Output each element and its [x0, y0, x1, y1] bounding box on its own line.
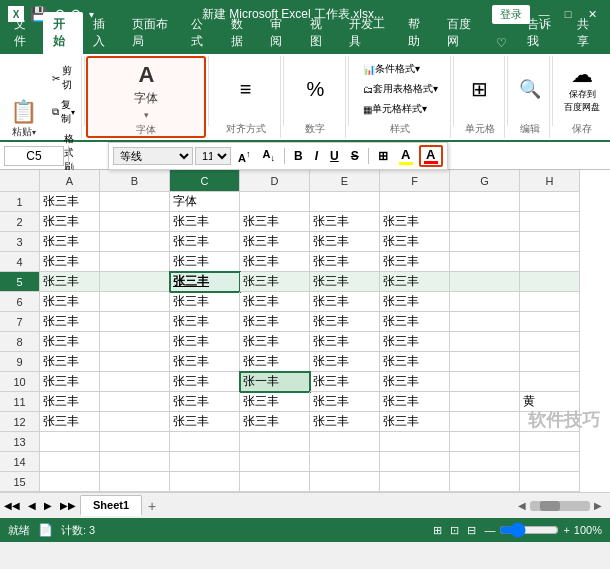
cell-B10[interactable]	[100, 372, 170, 392]
cell-D8[interactable]: 张三丰	[240, 332, 310, 352]
cell-A4[interactable]: 张三丰	[40, 252, 100, 272]
conditional-format-button[interactable]: 📊 条件格式▾	[359, 60, 442, 78]
cell-H13[interactable]	[520, 432, 580, 452]
cell-G1[interactable]	[450, 192, 520, 212]
cell-A9[interactable]: 张三丰	[40, 352, 100, 372]
cell-H4[interactable]	[520, 252, 580, 272]
cell-C5[interactable]: 张三丰	[170, 272, 240, 292]
cell-A13[interactable]	[40, 432, 100, 452]
cell-F15[interactable]	[380, 472, 450, 492]
row-header-10[interactable]: 10	[0, 372, 40, 392]
cell-D9[interactable]: 张三丰	[240, 352, 310, 372]
cell-G7[interactable]	[450, 312, 520, 332]
fill-color-btn[interactable]: A	[395, 145, 417, 167]
cell-B8[interactable]	[100, 332, 170, 352]
cell-C11[interactable]: 张三丰	[170, 392, 240, 412]
cell-F7[interactable]: 张三丰	[380, 312, 450, 332]
zoom-slider[interactable]	[499, 526, 559, 534]
cell-H14[interactable]	[520, 452, 580, 472]
scroll-next-btn[interactable]: ▶	[40, 500, 56, 511]
row-header-5[interactable]: 5	[0, 272, 40, 292]
cell-E13[interactable]	[310, 432, 380, 452]
cell-B4[interactable]	[100, 252, 170, 272]
underline-btn[interactable]: U	[325, 147, 344, 165]
cell-B1[interactable]	[100, 192, 170, 212]
strikethrough-btn[interactable]: S	[346, 147, 364, 165]
page-layout-view-btn[interactable]: ⊡	[450, 524, 459, 537]
cell-E12[interactable]: 张三丰	[310, 412, 380, 432]
cell-E3[interactable]: 张三丰	[310, 232, 380, 252]
cell-A15[interactable]	[40, 472, 100, 492]
cell-G11[interactable]	[450, 392, 520, 412]
italic-btn[interactable]: I	[310, 147, 323, 165]
cell-F1[interactable]	[380, 192, 450, 212]
cell-D12[interactable]: 张三丰	[240, 412, 310, 432]
tab-formula[interactable]: 公式	[181, 12, 220, 54]
copy-button[interactable]: ⧉复制▾	[48, 96, 79, 128]
cell-F10[interactable]: 张三丰	[380, 372, 450, 392]
cell-F6[interactable]: 张三丰	[380, 292, 450, 312]
cell-A2[interactable]: 张三丰	[40, 212, 100, 232]
cell-H5[interactable]	[520, 272, 580, 292]
cell-B12[interactable]	[100, 412, 170, 432]
cell-E6[interactable]: 张三丰	[310, 292, 380, 312]
row-header-1[interactable]: 1	[0, 192, 40, 212]
scroll-left-btn[interactable]: ◀◀	[0, 500, 24, 511]
cell-ref-input[interactable]	[4, 146, 64, 166]
add-sheet-btn[interactable]: +	[142, 496, 162, 516]
row-header-2[interactable]: 2	[0, 212, 40, 232]
cell-D13[interactable]	[240, 432, 310, 452]
cell-G14[interactable]	[450, 452, 520, 472]
cell-B7[interactable]	[100, 312, 170, 332]
cell-G6[interactable]	[450, 292, 520, 312]
cell-E9[interactable]: 张三丰	[310, 352, 380, 372]
zoom-out-btn[interactable]: —	[484, 524, 495, 536]
cell-C7[interactable]: 张三丰	[170, 312, 240, 332]
cell-G4[interactable]	[450, 252, 520, 272]
row-header-9[interactable]: 9	[0, 352, 40, 372]
cell-C14[interactable]	[170, 452, 240, 472]
cell-styles-button[interactable]: ▦ 单元格样式▾	[359, 100, 442, 118]
cell-F5[interactable]: 张三丰	[380, 272, 450, 292]
cell-F8[interactable]: 张三丰	[380, 332, 450, 352]
row-header-3[interactable]: 3	[0, 232, 40, 252]
cell-E4[interactable]: 张三丰	[310, 252, 380, 272]
cell-E2[interactable]: 张三丰	[310, 212, 380, 232]
row-header-12[interactable]: 12	[0, 412, 40, 432]
cell-F14[interactable]	[380, 452, 450, 472]
cell-E14[interactable]	[310, 452, 380, 472]
decrease-font-btn[interactable]: A↓	[258, 146, 281, 165]
cell-C8[interactable]: 张三丰	[170, 332, 240, 352]
cell-F9[interactable]: 张三丰	[380, 352, 450, 372]
cell-G10[interactable]	[450, 372, 520, 392]
cell-D1[interactable]	[240, 192, 310, 212]
cell-G5[interactable]	[450, 272, 520, 292]
tab-help[interactable]: 帮助	[398, 12, 437, 54]
cell-C4[interactable]: 张三丰	[170, 252, 240, 272]
cell-E5[interactable]: 张三丰	[310, 272, 380, 292]
cell-D10[interactable]: 张一丰	[240, 372, 310, 392]
save-baidu-button[interactable]: ☁ 保存到百度网盘	[560, 58, 604, 118]
row-header-8[interactable]: 8	[0, 332, 40, 352]
cell-H8[interactable]	[520, 332, 580, 352]
cell-E15[interactable]	[310, 472, 380, 492]
cell-A12[interactable]: 张三丰	[40, 412, 100, 432]
cell-G9[interactable]	[450, 352, 520, 372]
cell-A3[interactable]: 张三丰	[40, 232, 100, 252]
cell-D7[interactable]: 张三丰	[240, 312, 310, 332]
tab-heart[interactable]: ♡	[486, 32, 517, 54]
tab-review[interactable]: 审阅	[260, 12, 299, 54]
cell-D15[interactable]	[240, 472, 310, 492]
table-format-button[interactable]: 🗂 套用表格格式▾	[359, 80, 442, 98]
page-break-view-btn[interactable]: ⊟	[467, 524, 476, 537]
cut-button[interactable]: ✂剪切	[48, 62, 79, 94]
cell-C1[interactable]: 字体	[170, 192, 240, 212]
row-header-15[interactable]: 15	[0, 472, 40, 492]
tab-insert[interactable]: 插入	[83, 12, 122, 54]
paste-button[interactable]: 📋 粘贴▾	[2, 89, 46, 149]
col-header-D[interactable]: D	[240, 170, 310, 192]
cell-H1[interactable]	[520, 192, 580, 212]
cell-D14[interactable]	[240, 452, 310, 472]
cell-E10[interactable]: 张三丰	[310, 372, 380, 392]
cell-H7[interactable]	[520, 312, 580, 332]
